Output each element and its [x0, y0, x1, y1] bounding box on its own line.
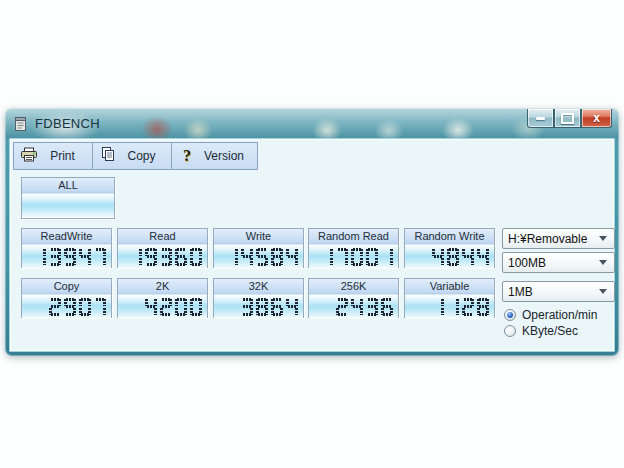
- gauge-all-display: [22, 194, 114, 217]
- radio-selected-icon: [504, 309, 516, 321]
- gauge-all-label: ALL: [22, 178, 114, 194]
- caption-buttons: x: [527, 109, 612, 128]
- lcd-value: [432, 248, 489, 266]
- total-size-select[interactable]: 100MB: [502, 252, 615, 273]
- gauge-display: [405, 245, 494, 268]
- radio-label: Operation/min: [522, 308, 597, 322]
- gauge-display: [214, 295, 303, 318]
- maximize-button[interactable]: [554, 109, 581, 128]
- gauge-variable: Variable: [404, 278, 495, 318]
- radio-label: KByte/Sec: [522, 324, 578, 338]
- chevron-down-icon: [599, 260, 607, 265]
- toolbar: Print Copy ?: [13, 142, 258, 170]
- gauge-display: [22, 295, 111, 318]
- gauge-display: [214, 245, 303, 268]
- total-size-value: 100MB: [503, 256, 599, 270]
- gauge-display: [309, 245, 398, 268]
- window-title: FDBENCH: [35, 116, 100, 131]
- drive-select-value: H:¥Removable: [503, 232, 599, 246]
- gauge-label: Write: [214, 229, 303, 245]
- client-area: Print Copy ?: [9, 138, 615, 352]
- gauge-display: [22, 245, 111, 268]
- gauge-label: Random Read: [309, 229, 398, 245]
- gauge-display: [118, 245, 207, 268]
- copy-icon: [98, 146, 118, 166]
- radio-kbyte-per-sec[interactable]: KByte/Sec: [504, 323, 578, 338]
- fdbench-window: FDBENCH x: [5, 108, 619, 356]
- gauge-label: 2K: [118, 279, 207, 295]
- gauge-label: ReadWrite: [22, 229, 111, 245]
- gauge-display: [309, 295, 398, 318]
- question-mark-icon: ?: [177, 147, 197, 165]
- version-label: Version: [197, 149, 257, 163]
- lcd-value: [321, 248, 393, 266]
- print-label: Print: [39, 149, 92, 163]
- lcd-value: [34, 248, 106, 266]
- gauge-label: Variable: [405, 279, 494, 295]
- radio-unselected-icon: [504, 325, 516, 337]
- fdbench-app-icon: [13, 116, 29, 132]
- version-button[interactable]: ? Version: [172, 143, 257, 169]
- gauge-2k: 2K: [117, 278, 208, 318]
- copy-button[interactable]: Copy: [93, 143, 172, 169]
- lcd-value: [49, 298, 106, 316]
- radio-operation-per-min[interactable]: Operation/min: [504, 307, 597, 322]
- gauge-write: Write: [213, 228, 304, 268]
- gauge-label: 32K: [214, 279, 303, 295]
- print-button[interactable]: Print: [14, 143, 93, 169]
- maximize-icon: [561, 113, 574, 124]
- close-icon: x: [593, 112, 600, 124]
- block-size-value: 1MB: [503, 285, 599, 299]
- gauge-32k: 32K: [213, 278, 304, 318]
- copy-label: Copy: [118, 149, 171, 163]
- lcd-value: [226, 248, 298, 266]
- gauge-random-write: Random Write: [404, 228, 495, 268]
- minimize-button[interactable]: [527, 109, 554, 128]
- lcd-value: [336, 298, 393, 316]
- gauge-display: [405, 295, 494, 318]
- lcd-value: [145, 298, 202, 316]
- gauge-label: Random Write: [405, 229, 494, 245]
- chevron-down-icon: [599, 289, 607, 294]
- gauge-readwrite: ReadWrite: [21, 228, 112, 268]
- gauge-label: Copy: [22, 279, 111, 295]
- chevron-down-icon: [599, 236, 607, 241]
- close-button[interactable]: x: [581, 109, 612, 128]
- lcd-value: [241, 298, 298, 316]
- gauge-random-read: Random Read: [308, 228, 399, 268]
- minimize-icon: [536, 117, 545, 120]
- gauge-label: Read: [118, 229, 207, 245]
- lcd-value: [432, 298, 489, 316]
- gauge-256k: 256K: [308, 278, 399, 318]
- gauge-all: ALL: [21, 177, 115, 219]
- gauge-label: 256K: [309, 279, 398, 295]
- gauge-copy: Copy: [21, 278, 112, 318]
- desktop-background: FDBENCH x: [0, 0, 624, 468]
- gauge-display: [118, 295, 207, 318]
- drive-select[interactable]: H:¥Removable: [502, 228, 615, 249]
- block-size-select[interactable]: 1MB: [502, 281, 615, 302]
- lcd-value: [130, 248, 202, 266]
- printer-icon: [19, 147, 39, 166]
- gauge-read: Read: [117, 228, 208, 268]
